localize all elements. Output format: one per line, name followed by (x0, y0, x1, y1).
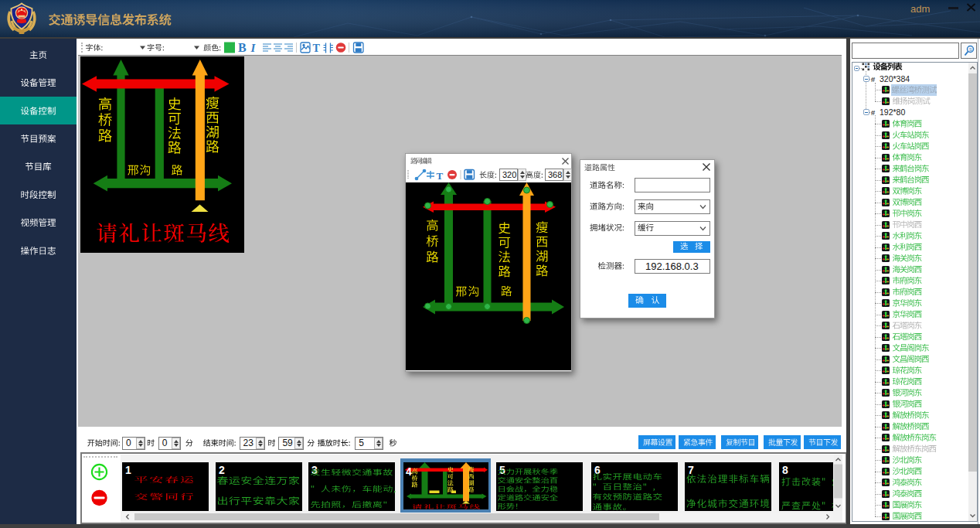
svg-text:T: T (437, 170, 444, 182)
svg-text:B: B (238, 41, 247, 54)
svg-text:S: S (969, 47, 972, 52)
svg-text:T: T (313, 43, 321, 54)
svg-text:I: I (250, 42, 257, 54)
